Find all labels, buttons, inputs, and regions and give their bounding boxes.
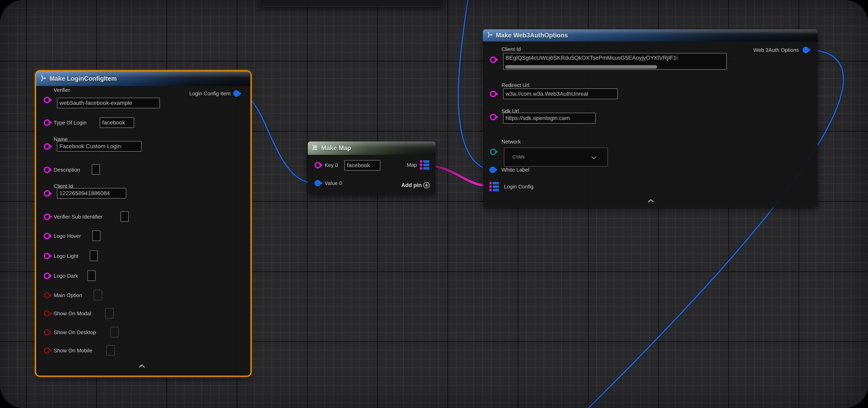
checkbox-show-on-mobile[interactable] (106, 345, 115, 355)
pin-client-id[interactable] (44, 190, 50, 197)
pin-login-config[interactable] (490, 182, 499, 192)
checkbox-main-option[interactable] (94, 290, 102, 300)
pin-show-on-mobile[interactable] (44, 347, 50, 354)
pin-label-value0: Value 0 (324, 180, 342, 186)
input-logo-hover[interactable] (92, 231, 100, 241)
collapse-chevron-icon[interactable] (138, 364, 145, 369)
input-client-id[interactable]: 1222658941886084 (57, 188, 126, 199)
make-map-icon (311, 144, 318, 152)
make-struct-icon (486, 32, 493, 39)
pin-label-logo-hover: Logo Hover (54, 233, 81, 239)
node-title: Make Web3AuthOptions (496, 32, 568, 39)
network-dropdown-value: CYAN (513, 155, 525, 160)
checkbox-show-on-modal[interactable] (105, 308, 114, 318)
output-pin-map[interactable] (420, 160, 430, 170)
input-verifier[interactable]: web3auth-facebook-example (57, 98, 160, 108)
pin-label-verifier: Verifier (54, 87, 70, 93)
wire-map-to-loginconfig[interactable] (430, 165, 491, 186)
blueprint-canvas[interactable]: Make LoginConfigItem Login Config Item V… (0, 0, 868, 408)
add-pin-icon[interactable] (423, 181, 430, 190)
pin-verifier[interactable] (44, 97, 50, 103)
pin-verifier-sub-identifier[interactable] (44, 213, 50, 220)
pin-label-type-of-login: Type Of Login (54, 120, 87, 126)
node-make-map[interactable]: Make Map Key 0 facebook Map Value 0 Add … (308, 141, 436, 195)
node-header[interactable]: Make Map (308, 141, 436, 155)
node-title: Make LoginConfigItem (50, 75, 117, 82)
output-pin-web3auth-options[interactable] (803, 47, 809, 53)
input-verifier-sub-identifier[interactable] (121, 211, 129, 222)
pin-label-main-option: Main Option (54, 292, 82, 299)
input-client-id-scrollbar[interactable] (505, 65, 657, 69)
pin-label-description: Description (54, 167, 80, 173)
input-logo-dark[interactable] (88, 270, 96, 281)
pin-client-id[interactable] (490, 57, 496, 63)
input-sdk-url[interactable]: https://sdk.openlogin.com (503, 113, 596, 124)
input-logo-light[interactable] (90, 250, 98, 261)
pin-label-client-id: Client Id (501, 46, 521, 53)
node-make-loginconfigitem[interactable]: Make LoginConfigItem Login Config Item V… (35, 70, 252, 377)
output-pin-label: Web 3Auth Options (753, 47, 799, 53)
pin-label-key0: Key 0 (324, 162, 338, 168)
pin-label-verifier-sub-identifier: Verifier Sub Identifier (54, 213, 102, 220)
input-redirect-url[interactable]: w3a://com.w3a.Web3AuthUnreal (503, 89, 618, 99)
pin-network[interactable] (490, 148, 496, 155)
network-dropdown[interactable]: CYAN (504, 147, 608, 167)
pin-show-on-desktop[interactable] (44, 329, 50, 336)
pin-label-show-on-modal: Show On Modal (54, 310, 91, 317)
pin-redirect-url[interactable] (490, 91, 496, 97)
pin-logo-dark[interactable] (44, 273, 50, 279)
pin-value0[interactable] (314, 180, 321, 186)
input-type-of-login[interactable]: facebook (100, 117, 134, 128)
offscreen-node-fragment[interactable] (259, 0, 444, 7)
pin-white-label[interactable] (489, 167, 496, 173)
input-key0[interactable]: facebook (344, 160, 380, 171)
collapse-chevron-icon[interactable] (647, 199, 654, 204)
pin-logo-light[interactable] (44, 253, 50, 259)
pin-sdk-url[interactable] (490, 114, 496, 120)
pin-label-logo-dark: Logo Dark (54, 273, 78, 279)
pin-key0[interactable] (314, 162, 321, 168)
pin-label-redirect-url: Redirect Url (501, 82, 529, 89)
pin-label-login-config: Login Config (504, 183, 533, 190)
node-make-web3authoptions[interactable]: Make Web3AuthOptions Web 3Auth Options C… (483, 29, 818, 207)
input-description[interactable] (92, 164, 100, 175)
output-pin-login-config-item[interactable] (233, 90, 240, 97)
input-name[interactable]: Facebook Custom Login (57, 141, 142, 151)
pin-label-white-label: White Label (501, 167, 529, 173)
checkbox-show-on-desktop[interactable] (110, 327, 119, 337)
pin-description[interactable] (44, 167, 50, 173)
pin-label-logo-light: Logo Light (54, 253, 78, 259)
pin-type-of-login[interactable] (44, 120, 50, 126)
chevron-down-icon (591, 156, 596, 161)
pin-show-on-modal[interactable] (44, 310, 50, 317)
blueprint-editor: Make LoginConfigItem Login Config Item V… (0, 0, 868, 408)
add-pin-label[interactable]: Add pin (401, 182, 422, 189)
pin-main-option[interactable] (44, 292, 50, 299)
pin-label-show-on-desktop: Show On Desktop (54, 329, 96, 336)
pin-label-map: Map (407, 162, 417, 168)
node-header[interactable]: Make Web3AuthOptions (483, 29, 818, 41)
pin-label-network: Network (501, 138, 521, 145)
pin-logo-hover[interactable] (44, 233, 50, 239)
node-title: Make Map (321, 144, 351, 152)
output-pin-label: Login Config Item (189, 90, 230, 97)
pin-name[interactable] (44, 143, 50, 150)
make-struct-icon (39, 75, 46, 83)
pin-label-show-on-mobile: Show On Mobile (54, 347, 92, 354)
node-header[interactable]: Make LoginConfigItem (36, 71, 250, 86)
